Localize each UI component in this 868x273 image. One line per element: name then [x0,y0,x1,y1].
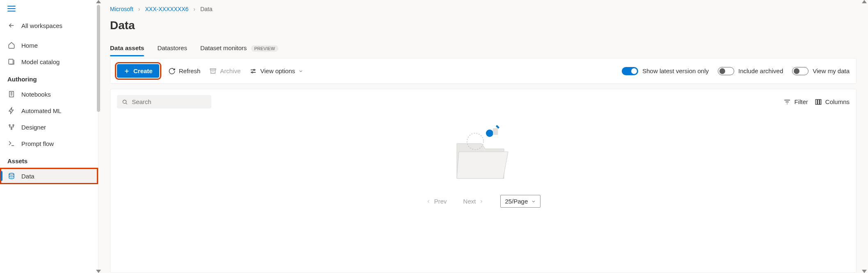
scroll-up-icon [862,0,867,3]
sidebar-item-model-catalog[interactable]: Model catalog [0,53,98,70]
chevron-left-icon [426,199,431,204]
svg-point-3 [13,125,14,126]
page-title: Data [110,15,857,42]
svg-rect-0 [9,59,13,64]
scroll-down-icon [862,270,867,273]
toggle-switch[interactable] [718,67,734,75]
designer-icon [7,123,16,131]
sidebar-item-data[interactable]: Data [0,168,98,184]
chevron-down-icon [531,199,536,204]
filter-icon [783,98,791,106]
svg-point-8 [252,72,253,73]
tabs: Data assets Datastores Dataset monitors … [110,42,857,56]
toggle-switch[interactable] [792,67,808,75]
archive-icon [209,67,217,75]
pagination: Prev Next 25/Page [117,191,850,208]
toolbar: Create Refresh Archive View options Show… [110,58,857,84]
catalog-icon [7,58,16,66]
toggle-include-archived[interactable]: Include archived [718,67,783,75]
home-icon [7,41,16,49]
search-box[interactable] [117,95,211,109]
toggle-switch[interactable] [622,67,638,75]
toggle-view-my-data[interactable]: View my data [792,67,850,75]
archive-button: Archive [209,67,240,75]
chevron-down-icon [298,69,303,74]
svg-rect-6 [210,69,216,70]
all-workspaces-label: All workspaces [21,22,62,29]
tab-dataset-monitors[interactable]: Dataset monitors PREVIEW [200,42,278,56]
all-workspaces-link[interactable]: All workspaces [0,16,98,37]
tab-datastores[interactable]: Datastores [157,42,187,56]
prev-page-button[interactable]: Prev [426,198,447,205]
svg-point-5 [9,173,14,175]
svg-rect-1 [9,91,14,97]
refresh-icon [168,67,176,75]
breadcrumb-link[interactable]: XXX-XXXXXXX6 [145,6,188,12]
preview-badge: PREVIEW [251,45,279,52]
sidebar-item-label: Designer [21,124,46,131]
automl-icon [7,106,16,115]
notebook-icon [7,90,16,98]
sidebar-item-label: Model catalog [21,58,60,65]
sidebar-item-automl[interactable]: Automated ML [0,102,98,119]
sliders-icon [250,67,257,75]
svg-rect-12 [820,99,821,104]
create-button[interactable]: Create [117,64,159,78]
empty-state-illustration [117,109,850,191]
prompt-icon [7,139,16,148]
svg-point-7 [254,69,255,70]
svg-rect-11 [818,99,819,104]
breadcrumb-link[interactable]: Microsoft [110,6,133,12]
sidebar-item-prompt-flow[interactable]: Prompt flow [0,135,98,152]
data-list-card: Filter Columns Prev Next [110,89,857,273]
columns-button[interactable]: Columns [815,98,850,106]
columns-icon [815,98,822,106]
main-content: Microsoft › XXX-XXXXXXX6 › Data Data Dat… [98,0,868,273]
svg-rect-10 [815,99,817,104]
next-page-button[interactable]: Next [463,198,484,205]
sidebar-item-label: Notebooks [21,91,51,98]
sidebar-item-designer[interactable]: Designer [0,119,98,135]
sidebar-section-assets: Assets [0,152,98,168]
breadcrumb: Microsoft › XXX-XXXXXXX6 › Data [110,0,857,15]
breadcrumb-current: Data [200,6,213,12]
search-icon [122,99,128,105]
view-options-button[interactable]: View options [250,67,303,75]
sidebar-item-label: Automated ML [21,107,62,114]
page-size-select[interactable]: 25/Page [500,195,540,208]
sidebar-item-label: Data [21,173,34,180]
main-scrollbar[interactable] [861,0,867,273]
sidebar: All workspaces Home Model catalog Author… [0,0,98,273]
sidebar-item-notebooks[interactable]: Notebooks [0,86,98,102]
hamburger-menu[interactable] [7,6,16,12]
chevron-right-icon [479,199,484,204]
toggle-latest-version[interactable]: Show latest version only [622,67,709,75]
svg-point-14 [486,130,493,137]
sidebar-section-authoring: Authoring [0,70,98,86]
back-arrow-icon [7,21,16,30]
search-input[interactable] [132,98,206,105]
chevron-right-icon: › [193,6,195,12]
sidebar-item-home[interactable]: Home [0,37,98,53]
refresh-button[interactable]: Refresh [168,67,201,75]
sidebar-item-label: Prompt flow [21,140,54,147]
svg-point-4 [11,128,12,130]
svg-point-9 [123,100,126,103]
svg-point-2 [9,125,10,126]
sidebar-item-label: Home [21,42,38,49]
chevron-right-icon: › [138,6,140,12]
data-icon [7,172,16,180]
svg-rect-15 [493,128,498,135]
tab-data-assets[interactable]: Data assets [110,42,144,56]
filter-button[interactable]: Filter [783,98,808,106]
plus-icon [124,68,130,74]
